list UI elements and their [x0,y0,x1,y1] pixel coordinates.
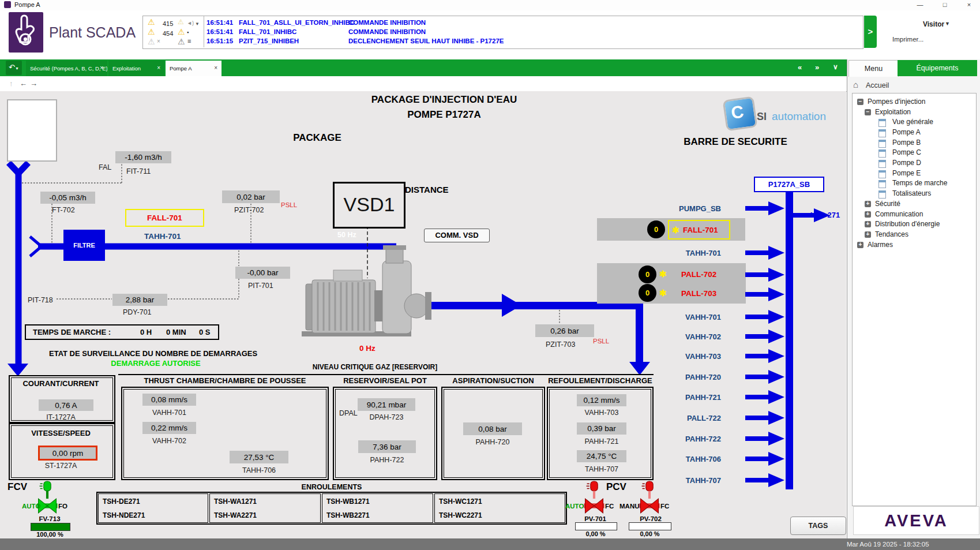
vsd-box[interactable]: VSD1 [333,182,405,229]
alarm-row[interactable]: 16:51:41 FALL_701_ASLL_UI_ETORN_INHIBC C… [206,19,858,28]
fv713-mode[interactable]: AUTO [22,503,40,510]
pdy701-value[interactable]: 2,88 bar [112,294,167,306]
comm-vsd-button[interactable]: COMM. VSD [424,229,490,242]
shelve-alarm-icon[interactable]: ⚠ [178,28,185,36]
pv702-mode[interactable]: MANU [619,503,640,510]
page-icon [878,129,886,137]
pahh720-value[interactable]: 0,08 bar [463,422,522,435]
pv702-position-bar [629,522,671,530]
security-bar-header-box[interactable]: P1727A_SB [754,177,824,192]
disabled-alarm-icon[interactable]: ⚠ [148,38,155,46]
tree-item-distribution-energie[interactable]: Distribution d'énergie [875,220,940,228]
tree-item-alarmes[interactable]: Alarmes [868,241,893,249]
tab-scroll-left-icon[interactable]: « [798,63,802,72]
active-alarm-icon[interactable]: ⚠ [148,18,155,27]
tahh701-label: TAHH-701 [144,232,181,241]
fv713-valve-icon[interactable] [37,480,58,516]
sidebar-tab-menu[interactable]: Menu [848,60,899,77]
tab-collapse-icon[interactable]: ∨ [833,63,838,71]
tree-item-pompe-b[interactable]: Pompe B [892,139,921,147]
expand-icon[interactable]: + [865,201,871,207]
tab-pompe-a[interactable]: Pompe A × [166,61,221,76]
pall703-count-badge[interactable]: 0 [639,284,656,302]
vahh702-value[interactable]: 0,22 mm/s [142,422,196,434]
tree-item-tendances[interactable]: Tendances [875,230,908,238]
caret-down-icon[interactable]: ▼ [195,20,200,28]
ack-list-icon: ≡ [187,37,191,46]
tree-item-pompes-injection[interactable]: Pompes d'injection [868,98,925,106]
vahh703-value[interactable]: 0,12 mm/s [577,394,626,406]
alarm-row[interactable]: 16:51:15 PZIT_715_INHIBEH DECLENCHEMENT … [206,38,858,46]
alarm-list-icon[interactable]: ⚠ [178,38,185,46]
tab-securite[interactable]: Sécurité (Pompes A, B, C, D, E) × [26,61,107,76]
tahh706-value[interactable]: 27,53 °C [230,451,288,463]
tree-item-pompe-e[interactable]: Pompe E [892,169,921,177]
expand-icon[interactable]: + [865,231,871,238]
home-icon: ⌂ [853,80,858,89]
alarm-page-next-button[interactable]: > [864,16,877,48]
pv702-valve-icon[interactable] [639,480,660,516]
pahh722-value[interactable]: 7,36 bar [358,440,416,453]
pv701-valve-icon[interactable] [584,480,604,516]
vitesse-value[interactable]: 0,00 rpm [38,446,97,461]
tree-item-pompe-a[interactable]: Pompe A [892,128,921,136]
pit701-value[interactable]: -0,00 bar [235,267,290,279]
user-caret-down-icon[interactable]: ▼ [945,21,950,27]
pall702-count-badge[interactable]: 0 [639,265,656,283]
tags-button[interactable]: TAGS [790,517,846,535]
security-row-label: PAHH-720 [646,373,721,381]
close-button[interactable]: × [959,0,979,10]
vahh701-value[interactable]: 0,08 mm/s [142,394,196,406]
unack-alarm-icon[interactable]: ⚠ [148,28,155,36]
tree-item-vue-generale[interactable]: Vue générale [892,118,933,126]
user-menu-label[interactable]: Visitor [923,20,944,28]
nav-forward-icon[interactable]: → [30,79,37,88]
tab-close-icon[interactable]: × [157,65,160,71]
fall701-security-box[interactable]: ✱ FALL-701 [668,220,730,240]
tree-item-pompe-c[interactable]: Pompe C [892,148,921,156]
pzit702-tag: PZIT-702 [234,206,264,214]
fit711-value[interactable]: -1,60 m3/h [115,151,171,163]
pv701-tag: PV-701 [580,515,610,522]
enroulements-title: ENROULEMENTS [271,483,392,491]
ft702-value[interactable]: -0,05 m3/h [40,192,95,204]
pv701-mode[interactable]: AUTO [565,503,584,510]
pahh721-value[interactable]: 0,39 bar [577,422,626,435]
undo-button[interactable]: ↶▼ [6,61,22,75]
print-button[interactable]: Imprimer... [892,36,923,43]
pzit703-value[interactable]: 0,26 bar [535,324,594,337]
nav-back-icon[interactable]: ← [20,79,27,88]
tab-exploitation[interactable]: Exploitation × [108,61,164,76]
expand-icon[interactable]: + [865,211,871,218]
expand-icon[interactable]: + [857,242,863,248]
home-item[interactable]: Accueil [866,81,889,89]
tab-scroll-right-icon[interactable]: » [815,63,819,72]
fall701-count-badge[interactable]: 0 [647,220,665,238]
maximize-button[interactable]: □ [935,0,955,10]
tree-item-totalisateurs[interactable]: Totalisateurs [892,189,931,197]
tree-item-pompe-d[interactable]: Pompe D [892,159,921,167]
tab-close-icon[interactable]: × [100,65,103,71]
filtre-box[interactable]: FILTRE [63,230,105,261]
fall701-alarm-box[interactable]: FALL-701 [125,209,204,227]
tree-item-exploitation[interactable]: Exploitation [875,108,911,116]
collapse-icon[interactable]: − [865,109,871,115]
dpah723-value[interactable]: 90,21 mbar [358,398,415,411]
shelved-alarm-icon[interactable]: ⚠ [178,18,184,27]
pzit702-value[interactable]: 0,02 bar [222,190,280,203]
expand-icon[interactable]: + [865,221,871,227]
sidebar-tab-equipements[interactable]: Équipements [898,60,977,76]
collapse-icon[interactable]: − [857,99,863,105]
tree-item-temps-de-marche[interactable]: Temps de marche [892,179,947,187]
tab-close-icon[interactable]: × [214,65,217,71]
security-arrow-icon [745,473,784,487]
nav-up-icon[interactable]: ↑ [9,79,13,88]
courant-value[interactable]: 0,76 A [39,399,93,411]
minimize-button[interactable]: — [910,0,930,10]
tsh-tag: TSH-NDE271 [103,511,145,519]
tree-item-securite[interactable]: Sécurité [875,200,900,208]
runtime-hours: 0 H [140,328,152,336]
tree-item-communication[interactable]: Communication [875,210,923,218]
tahh707-value[interactable]: 24,75 °C [577,450,626,462]
alarm-row[interactable]: 16:51:41 FALL_701_INHIBC COMMANDE INHIBI… [206,28,858,37]
